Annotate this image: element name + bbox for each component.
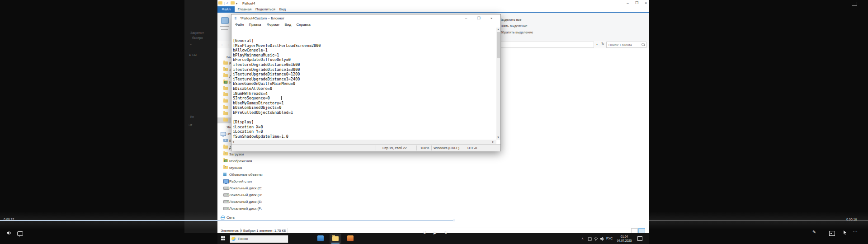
scrollbar-thumb[interactable] [497, 32, 500, 58]
notepad-line: iTextureDegradeDistance1=3000 [233, 67, 300, 72]
taskbar-search[interactable]: Поиск [230, 235, 288, 243]
volume-icon[interactable] [6, 230, 12, 237]
cursor-icon[interactable] [843, 230, 847, 236]
start-button[interactable] [221, 236, 226, 241]
menu-формат[interactable]: Формат [267, 23, 279, 27]
sidebar-item-объемные-объекты[interactable]: Объемные объекты [217, 172, 308, 178]
video-player: Закрепитбыстро←★ БыЯнЭт | ✓ ▾ Fallout4 –… [0, 0, 868, 244]
dimmed-fragment: Ян [190, 115, 194, 118]
tab-0[interactable]: Файл [217, 6, 235, 13]
search-input[interactable]: Поиск: Fallout4 [606, 42, 646, 48]
chevron-down-icon[interactable]: ▾ [596, 42, 598, 46]
folder-icon [223, 112, 228, 115]
refresh-icon[interactable]: ↻ [601, 42, 604, 46]
sidebar-item-изображения[interactable]: Изображения [217, 158, 308, 164]
scroll-left-icon[interactable]: ◂ [232, 140, 234, 144]
sidebar-item-музыка[interactable]: Музыка [217, 165, 308, 171]
scroll-right-icon[interactable]: ▸ [492, 140, 494, 144]
search-highlight-icon [231, 237, 236, 241]
more-icon[interactable]: ⋯ [853, 228, 858, 234]
notepad-line: bPlayMainmenuMusic=1 [233, 53, 279, 58]
video-icon [223, 139, 228, 142]
tray-clock[interactable]: 01:04 04.07.2025 [614, 235, 635, 243]
sidebar-item-рабочий-стол[interactable]: Рабочий стол [217, 178, 308, 184]
close-button[interactable]: × [485, 15, 498, 21]
notepad-line: SIntroSequence=0 [233, 96, 270, 101]
notepad-line: fMinPlayerMoveToDistForLoadScreen=2000 [233, 43, 321, 48]
action-center-icon[interactable] [637, 236, 642, 241]
notepad-line: bSaveGameOnQuitToMainMenu=0 [233, 81, 295, 86]
check-icon[interactable]: ✓ [226, 1, 229, 5]
folder-down-icon [223, 152, 228, 155]
speaker-icon[interactable] [600, 237, 604, 242]
maximize-button[interactable]: ❐ [472, 15, 485, 21]
edit-icon[interactable]: ✎ [812, 230, 816, 235]
forward-icon[interactable]: → [226, 42, 230, 47]
time-elapsed: 0:00:32 [4, 218, 14, 221]
sidebar-item-локальный-диск-c-[interactable]: Локальный диск (C: [217, 185, 308, 191]
notepad-line: bPreCulledObjectsEnabled=1 [233, 110, 293, 115]
minimize-button[interactable]: – [623, 0, 632, 6]
taskbar-app-1[interactable] [315, 234, 326, 244]
menu-правка[interactable]: Правка [249, 23, 261, 27]
tab-1[interactable]: Главная [236, 6, 254, 13]
tray-tablet-icon[interactable] [588, 237, 592, 242]
zoom-level: 100% [420, 146, 429, 150]
screenshot-icon[interactable] [829, 231, 835, 236]
progress-handle[interactable] [453, 219, 455, 221]
divider [465, 145, 465, 150]
divider [416, 145, 417, 150]
scroll-up-icon[interactable]: ▲ [497, 28, 500, 31]
comments-icon[interactable] [17, 231, 23, 236]
sidebar-label: Загрузки [229, 152, 244, 156]
sidebar-item-локальный-диск-e-[interactable]: Локальный диск (E: [217, 199, 308, 205]
menu-файл[interactable]: Файл [235, 23, 244, 27]
maximize-button[interactable]: ❐ [632, 0, 641, 6]
taskbar-file-explorer[interactable] [330, 234, 341, 244]
computer-icon [221, 132, 226, 136]
sidebar-item-локальный-диск-d-[interactable]: Локальный диск (D: [217, 192, 308, 198]
close-button[interactable]: × [642, 0, 650, 6]
back-icon[interactable]: ← [221, 42, 225, 47]
notepad-line: iTextureUpgradeDistance1=2400 [233, 77, 300, 82]
folder-pic-icon [223, 80, 228, 84]
tray-chevron-icon[interactable]: ∧ [581, 237, 584, 240]
notepad-title: *Fallout4Custom – Блокнот [240, 16, 284, 20]
monitor-icon [223, 179, 229, 183]
menu-вид[interactable]: Вид [285, 23, 291, 27]
notepad-icon [234, 16, 238, 21]
wifi-icon[interactable] [594, 237, 598, 242]
separator: | [224, 1, 225, 5]
scroll-down-icon[interactable]: ▼ [497, 136, 500, 139]
cursor-position: Стр 15, стлб 22 [382, 146, 407, 150]
notepad-text-area[interactable]: [General]fMinPlayerMoveToDistForLoadScre… [231, 28, 496, 140]
picture-in-picture-icon[interactable] [852, 2, 857, 6]
pin-quick-access-icon[interactable] [221, 17, 229, 24]
label-stub [220, 26, 229, 27]
vertical-scrollbar[interactable]: ▲ ▼ [496, 28, 500, 140]
horizontal-scrollbar[interactable]: ◂ ▸ [231, 140, 496, 144]
minimize-button[interactable]: – [460, 15, 472, 21]
dimmed-fragment: Закрепит [190, 31, 204, 34]
language-indicator[interactable]: РУС [606, 237, 613, 240]
tray-date: 04.07.2025 [614, 239, 635, 243]
forward-icon[interactable]: ↻ [444, 230, 448, 235]
menu-справка[interactable]: Справка [296, 23, 310, 27]
sidebar-label: Локальный диск (F: [229, 206, 262, 211]
sidebar-item-локальный-диск-f-[interactable]: Локальный диск (F: [217, 206, 308, 211]
tab-2[interactable]: Поделиться [255, 6, 276, 13]
text-caret [281, 96, 282, 100]
folder-icon[interactable] [231, 1, 235, 5]
drive-icon [223, 200, 229, 203]
folder-icon [223, 87, 228, 90]
tab-3[interactable]: Вид [277, 6, 288, 13]
taskbar-app-2[interactable] [344, 234, 356, 244]
sidebar-item-загрузки[interactable]: Загрузки [217, 151, 308, 157]
folder-icon [223, 93, 228, 96]
notepad-line: iTextureUpgradeDistance0=1200 [233, 72, 300, 77]
dimmed-video-strip [184, 0, 217, 233]
play-icon[interactable]: ▶ [434, 230, 437, 235]
notepad-line: [General] [233, 38, 254, 43]
rewind-icon[interactable]: ↺ [423, 230, 426, 235]
chevron-down-icon[interactable]: ▾ [236, 2, 237, 5]
